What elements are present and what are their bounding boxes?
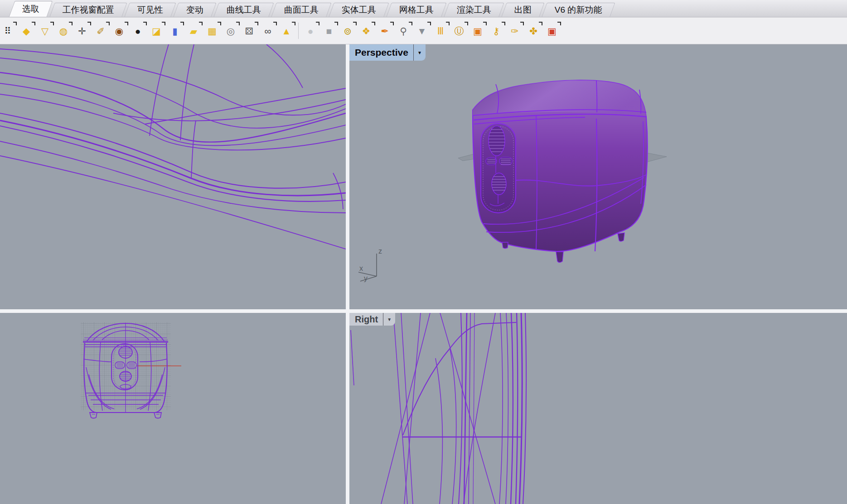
cylinder-blue-icon[interactable]: ▮ — [168, 24, 182, 38]
mesh-grid-icon[interactable]: ▦ — [205, 24, 219, 38]
tab-label: 曲面工具 — [284, 4, 319, 16]
pyramid-icon[interactable]: ▲ — [280, 24, 293, 38]
right-viewport-label[interactable]: Right ▼ — [349, 313, 395, 326]
primitive-group-icon[interactable]: ❖ — [359, 24, 373, 38]
tab-label: 出图 — [514, 4, 532, 16]
hatch-pattern-icon[interactable]: ◍ — [57, 24, 70, 38]
magnifier-icon[interactable]: ⚲ — [397, 24, 410, 38]
key-icon[interactable]: ⚷ — [489, 24, 503, 38]
axis-y-label: y — [364, 274, 368, 282]
right-viewport[interactable]: Right ▼ — [349, 313, 847, 504]
perspective-viewport-title[interactable]: Perspective — [355, 47, 408, 58]
tab-visibility[interactable]: 可见性 — [124, 3, 176, 17]
tab-label: 网格工具 — [399, 4, 434, 16]
right-viewport-title[interactable]: Right — [355, 314, 378, 325]
tab-label: 选取 — [22, 3, 39, 15]
solid-primitives-icon[interactable]: ◆ — [19, 24, 33, 38]
cube-gray-icon[interactable]: ■ — [322, 24, 336, 38]
spiral-icon[interactable]: ◎ — [224, 24, 237, 38]
cone-icon[interactable]: ▽ — [38, 24, 52, 38]
move-arrows-icon[interactable]: ✛ — [75, 24, 89, 38]
key-tag-icon[interactable]: ✤ — [527, 24, 540, 38]
model-control-panel — [481, 124, 516, 213]
tab-drafting[interactable]: 出图 — [501, 3, 544, 17]
viewport-menu-arrow-icon[interactable]: ▼ — [383, 317, 395, 322]
tab-v6-new-features[interactable]: V6 的新功能 — [542, 3, 615, 17]
points-grid-icon[interactable]: ⠿ — [1, 24, 15, 38]
viewport-area: z x y Perspective ▼ — [0, 44, 847, 504]
top-left-viewport[interactable] — [0, 44, 346, 309]
top-left-viewport-canvas[interactable] — [0, 44, 346, 309]
tab-label: 渲染工具 — [457, 4, 491, 16]
tab-label: 工作视窗配置 — [63, 4, 114, 16]
u-container-icon[interactable]: Ⓤ — [452, 24, 466, 38]
perspective-viewport-canvas[interactable]: z x y — [349, 44, 847, 309]
framed-cylinder-icon[interactable]: ▣ — [471, 24, 484, 38]
color-spheres-icon[interactable]: ◉ — [112, 24, 126, 38]
axis-z-label: z — [378, 247, 382, 255]
corner-surface-icon[interactable]: ◪ — [150, 24, 163, 38]
perspective-viewport[interactable]: z x y Perspective ▼ — [349, 44, 847, 309]
tab-render-tools[interactable]: 渲染工具 — [444, 3, 504, 17]
tag-icon[interactable]: ✑ — [508, 24, 522, 38]
paintbrush-icon[interactable]: ✒ — [378, 24, 392, 38]
chain-links-icon[interactable]: ∞ — [261, 24, 275, 38]
fence-icon[interactable]: Ⅲ — [434, 24, 447, 38]
filter-funnel-icon[interactable]: ▼ — [415, 24, 429, 38]
tab-mesh-tools[interactable]: 网格工具 — [386, 3, 446, 17]
tab-transform[interactable]: 变动 — [173, 3, 216, 17]
perspective-viewport-label[interactable]: Perspective ▼ — [349, 44, 426, 61]
main-toolbar: ⠿◆▽◍✛✐◉●◪▮▰▦◎⚄∞▲●■⊚❖✒⚲▼ⅢⓊ▣⚷✑✤▣ — [0, 18, 847, 44]
rhino-app-window: 选取工作视窗配置可见性变动曲线工具曲面工具实体工具网格工具渲染工具出图V6 的新… — [0, 0, 847, 504]
tab-surface-tools[interactable]: 曲面工具 — [271, 3, 331, 17]
detail-shapes-icon[interactable]: ⊚ — [341, 24, 354, 38]
tab-solid-tools[interactable]: 实体工具 — [329, 3, 389, 17]
dotted-circle-squares-icon[interactable]: ⚄ — [242, 24, 256, 38]
viewport-menu-arrow-icon[interactable]: ▼ — [414, 50, 426, 55]
tab-curve-tools[interactable]: 曲线工具 — [213, 3, 274, 17]
tab-label: 变动 — [186, 4, 203, 16]
axis-x-label: x — [359, 264, 363, 272]
tab-label: 曲线工具 — [227, 4, 261, 16]
front-viewport[interactable] — [0, 313, 346, 504]
tab-label: 实体工具 — [342, 4, 376, 16]
tab-label: V6 的新功能 — [555, 4, 602, 16]
sphere-dark-icon[interactable]: ● — [131, 24, 145, 38]
tab-viewport-layout[interactable]: 工作视窗配置 — [49, 3, 127, 17]
ribbon-tabs: 选取工作视窗配置可见性变动曲线工具曲面工具实体工具网格工具渲染工具出图V6 的新… — [0, 0, 847, 17]
surface-sheet-icon[interactable]: ▰ — [187, 24, 200, 38]
right-viewport-canvas[interactable] — [349, 313, 847, 504]
cube-red-icon[interactable]: ▣ — [545, 24, 559, 38]
toolbar-divider — [298, 23, 299, 39]
sphere-gray-icon[interactable]: ● — [304, 24, 317, 38]
front-viewport-canvas[interactable] — [0, 313, 346, 504]
dimension-tool-icon[interactable]: ✐ — [94, 24, 107, 38]
tab-select[interactable]: 选取 — [9, 1, 53, 17]
tab-label: 可见性 — [137, 4, 163, 16]
